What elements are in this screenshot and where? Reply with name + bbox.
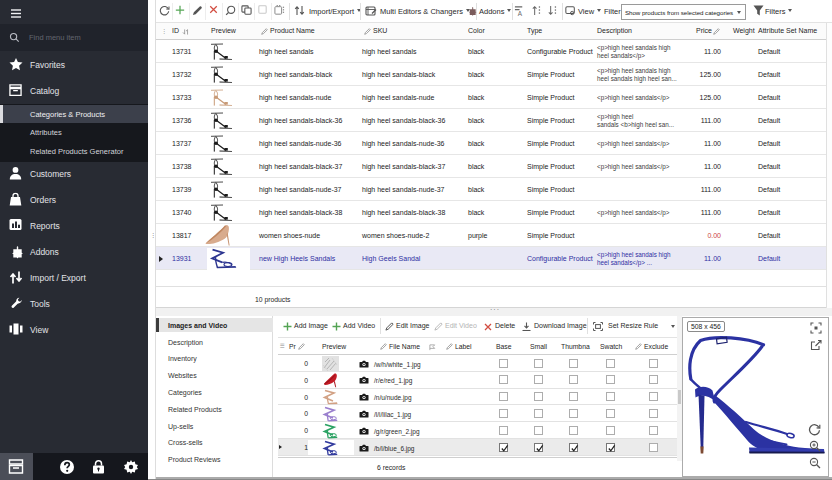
svg-text:A: A <box>518 10 523 16</box>
